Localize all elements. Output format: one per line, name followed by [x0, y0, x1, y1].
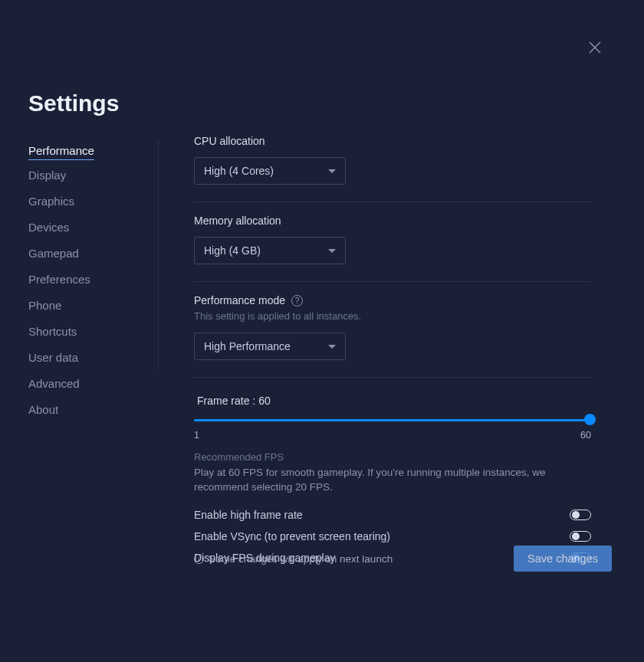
- chevron-down-icon: [328, 169, 336, 173]
- vsync-toggle[interactable]: [570, 531, 591, 542]
- hifps-toggle[interactable]: [570, 510, 591, 520]
- sidebar-item-shortcuts[interactable]: Shortcuts: [28, 320, 158, 342]
- sidebar-item-performance[interactable]: Performance: [28, 139, 94, 160]
- cpu-select-value: High (4 Cores): [204, 165, 274, 177]
- sidebar-item-userdata[interactable]: User data: [28, 346, 158, 369]
- perfmode-sublabel: This setting is applied to all instances…: [194, 310, 591, 322]
- fps-slider[interactable]: [194, 415, 591, 427]
- page-title: Settings: [28, 90, 119, 116]
- hifps-label: Enable high frame rate: [194, 509, 303, 521]
- toggle-row-vsync: Enable VSync (to prevent screen tearing): [194, 530, 591, 542]
- sidebar-item-preferences[interactable]: Preferences: [28, 268, 158, 290]
- toggle-knob: [572, 511, 580, 519]
- footer-note: i Some changes will apply on next launch: [194, 553, 393, 565]
- sidebar-item-display[interactable]: Display: [28, 164, 158, 186]
- fps-label: Frame rate : 60: [194, 395, 591, 407]
- vsync-label: Enable VSync (to prevent screen tearing): [194, 530, 390, 542]
- toggle-knob: [572, 533, 580, 540]
- perfmode-label: Performance mode ?: [194, 294, 591, 306]
- toggle-row-hifps: Enable high frame rate: [194, 509, 591, 521]
- sidebar-item-phone[interactable]: Phone: [28, 294, 158, 316]
- sidebar-item-graphics[interactable]: Graphics: [28, 190, 158, 212]
- perfmode-select[interactable]: High Performance: [194, 333, 346, 360]
- fps-rec-desc: Play at 60 FPS for smooth gameplay. If y…: [194, 466, 591, 495]
- memory-select[interactable]: High (4 GB): [194, 237, 346, 264]
- fps-rec-title: Recommended FPS: [194, 451, 591, 463]
- cpu-select[interactable]: High (4 Cores): [194, 157, 346, 185]
- sidebar-item-advanced[interactable]: Advanced: [28, 372, 158, 395]
- slider-range: 1 60: [194, 430, 591, 441]
- slider-track: [194, 419, 591, 421]
- content-panel: CPU allocation High (4 Cores) Memory all…: [194, 135, 591, 573]
- memory-label: Memory allocation: [194, 215, 591, 227]
- save-button[interactable]: Save changes: [514, 546, 612, 572]
- section-perfmode: Performance mode ? This setting is appli…: [194, 294, 591, 378]
- chevron-down-icon: [328, 345, 336, 349]
- section-cpu: CPU allocation High (4 Cores): [194, 135, 591, 202]
- perfmode-select-value: High Performance: [204, 340, 291, 352]
- close-icon[interactable]: [589, 41, 601, 54]
- memory-select-value: High (4 GB): [204, 244, 261, 257]
- footer: i Some changes will apply on next launch…: [194, 546, 612, 572]
- sidebar-item-devices[interactable]: Devices: [28, 216, 158, 238]
- slider-thumb[interactable]: [584, 414, 596, 425]
- cpu-label: CPU allocation: [194, 135, 591, 147]
- fps-max: 60: [580, 430, 591, 441]
- sidebar-item-gamepad[interactable]: Gamepad: [28, 242, 158, 264]
- sidebar-item-about[interactable]: About: [28, 398, 158, 421]
- chevron-down-icon: [328, 249, 336, 253]
- help-icon[interactable]: ?: [291, 295, 303, 306]
- section-framerate: Frame rate : 60 1 60 Recommended FPS Pla…: [194, 390, 591, 564]
- fps-min: 1: [194, 430, 199, 441]
- info-icon: i: [194, 554, 204, 564]
- sidebar: Performance Display Graphics Devices Gam…: [28, 139, 159, 369]
- section-memory: Memory allocation High (4 GB): [194, 215, 591, 282]
